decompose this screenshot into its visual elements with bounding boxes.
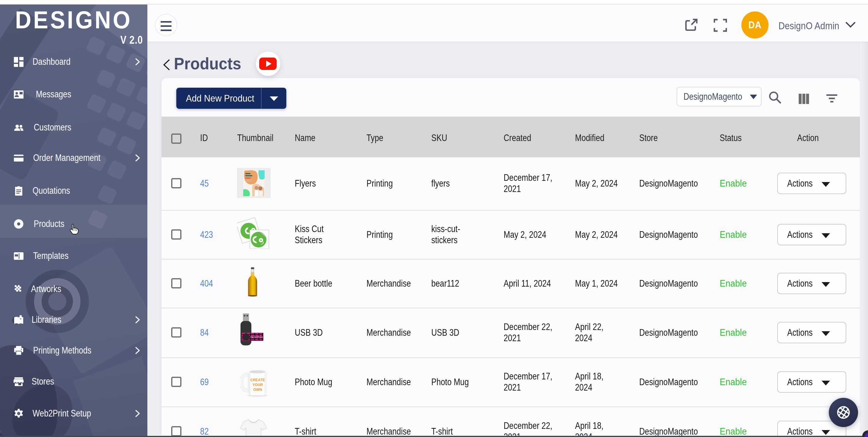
svg-text:CREATE: CREATE [250, 378, 265, 382]
svg-text:OWN: OWN [253, 387, 262, 392]
svg-text:Calethia: Calethia [250, 336, 263, 339]
svg-text:YOUR: YOUR [253, 383, 263, 387]
